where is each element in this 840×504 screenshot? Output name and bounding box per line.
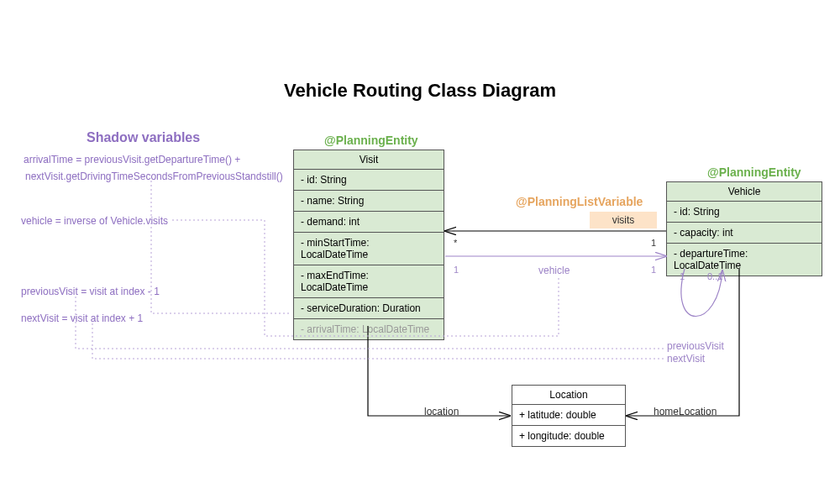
class-vehicle-attr-1: - capacity: int [667, 223, 822, 244]
class-location-name: Location [512, 386, 625, 405]
class-visit-attr-1: - name: String [294, 191, 444, 212]
shadow-note-2: nextVisit.getDrivingTimeSecondsFromPrevi… [25, 171, 283, 182]
class-vehicle-name: Vehicle [667, 182, 822, 202]
shadow-note-3: vehicle = inverse of Vehicle.visits [21, 215, 168, 227]
class-vehicle: Vehicle - id: String - capacity: int - d… [666, 181, 822, 276]
shadow-note-4: previousVisit = visit at index - 1 [21, 286, 160, 297]
next-visit-label: nextVisit [667, 353, 705, 365]
home-location-label: homeLocation [654, 406, 717, 417]
planning-list-variable-annotation: @PlanningListVariable [516, 195, 643, 208]
class-visit-attr-0: - id: String [294, 170, 444, 191]
visits-list-box: visits [590, 212, 657, 228]
class-visit-attr-4: - maxEndTime: LocalDateTime [294, 265, 444, 298]
prev-mult-left: 1 [680, 271, 685, 281]
vehicle-mult-left: 1 [454, 265, 459, 275]
planning-entity-annotation-visit: @PlanningEntity [324, 134, 418, 147]
class-visit: Visit - id: String - name: String - dema… [293, 150, 444, 340]
class-location-attr-1: + longitude: double [512, 426, 625, 446]
prev-mult-right: 0..1 [707, 271, 722, 281]
class-visit-attr-6: - arrivalTime: LocalDateTime [294, 319, 444, 339]
visits-mult-left: * [454, 238, 457, 248]
shadow-note-5: nextVisit = visit at index + 1 [21, 312, 143, 324]
location-label: location [424, 406, 459, 417]
diagram-title: Vehicle Routing Class Diagram [0, 80, 840, 102]
visits-mult-right: 1 [651, 238, 656, 248]
shadow-note-1: arrivalTime = previousVisit.getDeparture… [24, 154, 240, 165]
class-location-attr-0: + latitude: double [512, 405, 625, 426]
class-vehicle-attr-0: - id: String [667, 202, 822, 223]
planning-entity-annotation-vehicle: @PlanningEntity [707, 165, 801, 179]
previous-visit-label: previousVisit [667, 340, 724, 352]
class-visit-attr-3: - minStartTime: LocalDateTime [294, 233, 444, 265]
class-visit-name: Visit [294, 150, 444, 170]
class-visit-attr-2: - demand: int [294, 212, 444, 233]
shadow-heading: Shadow variables [87, 130, 200, 145]
class-location: Location + latitude: double + longitude:… [512, 385, 626, 447]
class-visit-attr-5: - serviceDuration: Duration [294, 298, 444, 319]
vehicle-shadow-label: vehicle [538, 265, 570, 276]
vehicle-mult-right: 1 [651, 265, 656, 275]
class-vehicle-attr-2: - departureTime: LocalDateTime [667, 244, 822, 276]
